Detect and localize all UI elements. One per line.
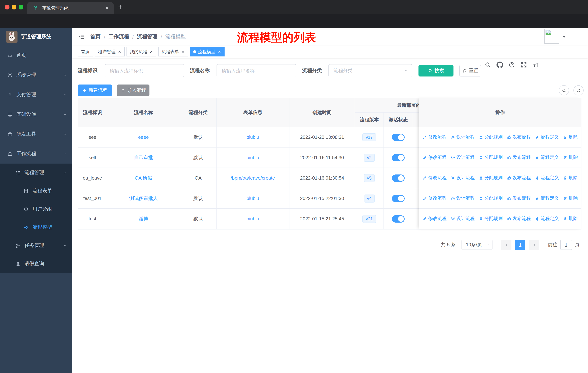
action-delete-link[interactable]: 删除 [563,175,578,181]
tab-close-icon[interactable] [149,50,153,53]
traffic-light-zoom[interactable] [19,5,23,10]
current-page-button[interactable]: 1 [515,240,525,250]
action-delete-link[interactable]: 删除 [563,134,578,140]
tab-tenant[interactable]: 租户管理 [95,47,125,56]
tab-close-icon[interactable] [181,50,185,53]
action-definition-link[interactable]: 流程定义 [535,195,559,202]
cell-form-info-link[interactable]: biubiu [217,127,289,147]
tab-my-process[interactable]: 我的流程 [126,47,156,56]
page-size-select[interactable]: 10条/页 [462,240,493,250]
active-status-toggle[interactable] [392,134,405,141]
cell-process-name-link[interactable]: eeee [107,127,180,147]
action-edit-link[interactable]: 修改流程 [422,216,447,222]
action-design-link[interactable]: 设计流程 [451,175,475,181]
sidebar-item-workflow[interactable]: 工作流程 [0,144,72,163]
fullscreen-icon[interactable] [521,61,527,68]
refresh-table-button[interactable] [573,85,584,95]
show-search-toggle-button[interactable] [559,85,569,95]
sidebar-item-home[interactable]: 首页 [0,46,72,65]
action-definition-link[interactable]: 流程定义 [535,154,559,161]
action-publish-link[interactable]: 发布流程 [507,175,531,181]
create-process-button[interactable]: 新建流程 [78,84,112,96]
sidebar-item-process-mgmt[interactable]: 流程管理 [0,163,72,182]
cell-form-info-link[interactable]: /bpm/oa/leave/create [217,168,289,188]
active-status-toggle[interactable] [392,154,405,161]
action-delete-link[interactable]: 删除 [563,216,578,222]
cell-form-info-link[interactable]: biubiu [217,147,289,168]
tab-process-model[interactable]: 流程模型 [190,47,225,56]
sidebar-item-leave-query[interactable]: 请假查询 [0,255,72,273]
sidebar-item-process-model[interactable]: 流程模型 [0,218,72,236]
cell-form-info-link[interactable]: biubiu [217,209,289,229]
avatar-caret-down-icon[interactable] [562,36,566,38]
breadcrumb-separator: / [132,34,134,40]
sidebar-item-user-group[interactable]: 用户分组 [0,200,72,218]
active-status-toggle[interactable] [392,195,405,202]
action-design-link[interactable]: 设计流程 [451,195,475,202]
action-delete-link[interactable]: 删除 [563,195,578,202]
sidebar-item-infrastructure[interactable]: 基础设施 [0,105,72,124]
sidebar-item-task-mgmt[interactable]: 任务管理 [0,236,72,255]
action-assign-link[interactable]: 分配规则 [479,175,503,181]
process-key-input[interactable] [105,64,184,77]
process-name-input[interactable] [217,64,296,77]
action-edit-link[interactable]: 修改流程 [422,175,447,181]
action-assign-link[interactable]: 分配规则 [479,154,503,161]
action-delete-link[interactable]: 删除 [563,154,578,161]
avatar[interactable] [544,29,559,44]
cell-process-name-link[interactable]: 滔博 [107,209,180,229]
traffic-light-minimize[interactable] [12,5,16,10]
action-definition-link[interactable]: 流程定义 [535,134,559,140]
new-tab-button[interactable] [117,4,123,10]
action-publish-link[interactable]: 发布流程 [507,216,531,222]
prev-page-button[interactable] [501,240,511,250]
tab-close-icon[interactable] [218,50,221,53]
action-assign-link[interactable]: 分配规则 [479,216,503,222]
breadcrumb-home[interactable]: 首页 [90,33,101,40]
search-icon[interactable] [484,61,491,68]
action-publish-link[interactable]: 发布流程 [507,154,531,161]
tab-process-form[interactable]: 流程表单 [158,47,188,56]
import-process-button[interactable]: 导入流程 [117,84,149,96]
search-button[interactable]: 搜索 [419,65,453,77]
cell-form-info-link[interactable]: biubiu [217,188,289,209]
tab-home[interactable]: 首页 [78,47,93,56]
action-design-link[interactable]: 设计流程 [451,134,475,140]
action-edit-link[interactable]: 修改流程 [422,134,447,140]
github-icon[interactable] [496,61,503,68]
tab-close-icon[interactable] [105,6,109,10]
help-icon[interactable] [509,61,515,68]
browser-tab[interactable]: 芋道管理系统 [27,2,114,14]
tab-label: 流程模型 [198,49,215,55]
action-edit-link[interactable]: 修改流程 [422,195,447,202]
sidebar-item-process-form[interactable]: 流程表单 [0,182,72,200]
breadcrumb-workflow[interactable]: 工作流程 [109,33,129,40]
action-assign-link[interactable]: 分配规则 [479,195,503,202]
action-publish-link[interactable]: 发布流程 [507,195,531,202]
cell-process-name-link[interactable]: 测试多审批人 [107,188,180,209]
action-definition-link[interactable]: 流程定义 [535,216,559,222]
hamburger-icon[interactable] [78,33,84,40]
sidebar-item-devtools[interactable]: 研发工具 [0,124,72,144]
active-status-toggle[interactable] [392,174,405,182]
font-size-icon[interactable] [533,61,539,68]
active-status-toggle[interactable] [392,215,405,222]
breadcrumb-process-mgmt[interactable]: 流程管理 [137,33,158,40]
traffic-light-close[interactable] [5,5,10,10]
action-assign-link[interactable]: 分配规则 [479,134,503,140]
goto-page-input[interactable] [560,240,572,250]
reset-button[interactable]: 重置 [459,65,481,77]
logo-rabbit-image [6,31,18,43]
action-design-link[interactable]: 设计流程 [451,154,475,161]
cell-process-name-link[interactable]: 自己审批 [107,147,180,168]
sidebar-item-payment[interactable]: 支付管理 [0,85,72,105]
action-definition-link[interactable]: 流程定义 [535,175,559,181]
process-category-select[interactable]: 流程分类 [328,64,412,77]
tab-close-icon[interactable] [118,50,121,53]
action-edit-link[interactable]: 修改流程 [422,154,447,161]
cell-process-name-link[interactable]: OA 请假 [107,168,180,188]
next-page-button[interactable] [529,240,539,250]
action-design-link[interactable]: 设计流程 [451,216,475,222]
action-publish-link[interactable]: 发布流程 [507,134,531,140]
sidebar-item-system[interactable]: 系统管理 [0,65,72,85]
